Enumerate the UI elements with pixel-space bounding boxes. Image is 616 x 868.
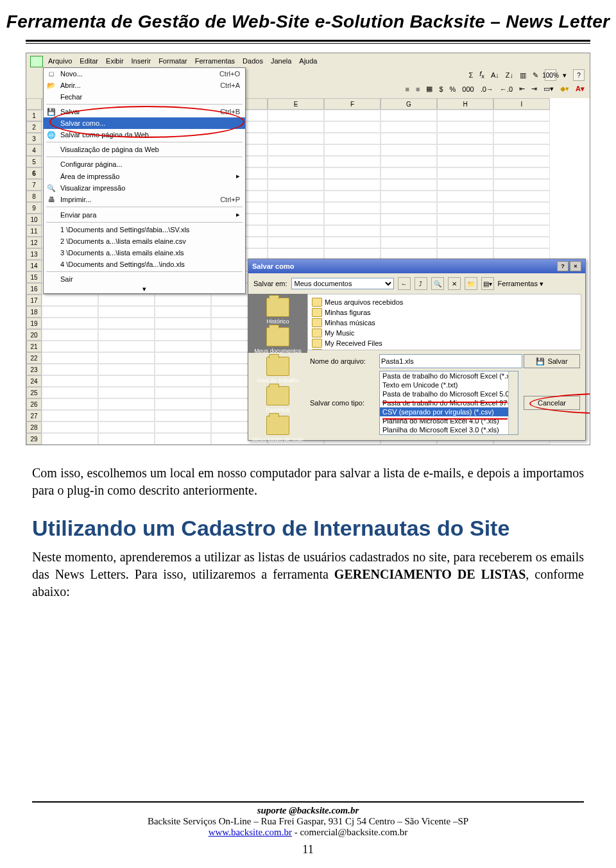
cell[interactable]: [98, 329, 155, 341]
cell[interactable]: [155, 341, 211, 352]
cell[interactable]: [493, 202, 550, 214]
row-header[interactable]: 1: [26, 110, 42, 121]
row-header[interactable]: 2: [26, 121, 42, 133]
cell[interactable]: [381, 121, 437, 133]
cell[interactable]: [98, 364, 155, 375]
cell[interactable]: [42, 410, 98, 421]
cell[interactable]: [493, 121, 550, 133]
row-header[interactable]: 7: [26, 179, 42, 191]
cell[interactable]: [155, 318, 211, 329]
increase-decimal-icon[interactable]: .0→: [481, 85, 493, 93]
row-header[interactable]: 14: [26, 260, 42, 271]
menu-item[interactable]: □Novo...Ctrl+O: [44, 68, 245, 80]
menu-item[interactable]: 1 \Documents and Settings\fabia...\SV.xl…: [44, 224, 245, 235]
menu-item[interactable]: 🌐Salvar como página da Web...: [44, 129, 245, 140]
menu-item[interactable]: 2 \Documents a...\lista emails elaine.cs…: [44, 235, 245, 247]
cell[interactable]: [155, 375, 211, 387]
savetype-scrollbar[interactable]: [508, 371, 518, 434]
cell[interactable]: [268, 156, 324, 167]
savetype-option[interactable]: Pasta de trabalho do Microsoft Excel 5.0…: [380, 389, 518, 398]
cell[interactable]: [268, 191, 324, 202]
sort-desc-icon[interactable]: Z↓: [506, 71, 513, 79]
fx-icon[interactable]: fx: [479, 70, 484, 80]
menu-item[interactable]: Área de impressão▸: [44, 170, 245, 182]
cell[interactable]: [437, 167, 493, 179]
footer-url[interactable]: www.backsite.com.br: [209, 827, 292, 837]
row-header[interactable]: 26: [26, 398, 42, 410]
row-header[interactable]: 10: [26, 214, 42, 225]
cell[interactable]: [42, 318, 98, 329]
menu-item[interactable]: Sair: [44, 273, 245, 285]
align-center-icon[interactable]: ≡: [406, 85, 409, 93]
savetype-listbox[interactable]: Pasta de trabalho do Microsoft Excel (*.…: [379, 371, 518, 435]
menubar-ferramentas[interactable]: Ferramentas: [195, 57, 235, 65]
sort-asc-icon[interactable]: A↓: [491, 71, 499, 79]
cell[interactable]: [155, 421, 211, 433]
cell[interactable]: [493, 445, 550, 445]
savetype-option[interactable]: Texto em Unicode (*.txt): [380, 380, 518, 389]
row-header[interactable]: 9: [26, 202, 42, 214]
cell[interactable]: [42, 329, 98, 341]
menubar-formatar[interactable]: Formatar: [158, 57, 187, 65]
column-header[interactable]: G: [381, 98, 437, 110]
back-button[interactable]: ←: [398, 277, 411, 290]
cell[interactable]: [42, 352, 98, 364]
cell[interactable]: [98, 410, 155, 421]
borders-icon[interactable]: ▭▾: [543, 85, 554, 93]
cell[interactable]: [381, 202, 437, 214]
cell[interactable]: [493, 144, 550, 156]
menubar-exibir[interactable]: Exibir: [106, 57, 124, 65]
cell[interactable]: [155, 433, 211, 445]
cell[interactable]: [493, 179, 550, 191]
menubar-ajuda[interactable]: Ajuda: [299, 57, 317, 65]
row-header[interactable]: 19: [26, 318, 42, 329]
savetype-option[interactable]: Pasta de trabalho do Microsoft Excel 97-…: [380, 398, 518, 407]
cell[interactable]: [98, 421, 155, 433]
search-web-button[interactable]: 🔍: [431, 277, 444, 290]
cell[interactable]: [155, 410, 211, 421]
help-button[interactable]: ?: [573, 69, 585, 81]
cell[interactable]: [98, 294, 155, 306]
cell[interactable]: [155, 364, 211, 375]
cell[interactable]: [98, 341, 155, 352]
file-item[interactable]: Nova pasta: [312, 348, 577, 350]
delete-button[interactable]: ✕: [448, 277, 461, 290]
cell[interactable]: [98, 375, 155, 387]
row-header[interactable]: 16: [26, 283, 42, 294]
row-header[interactable]: 13: [26, 248, 42, 260]
save-in-select[interactable]: Meus documentos: [291, 278, 394, 289]
cell[interactable]: [381, 167, 437, 179]
row-header[interactable]: 23: [26, 364, 42, 375]
cell[interactable]: [324, 445, 381, 445]
cell[interactable]: [42, 306, 98, 318]
cell[interactable]: [268, 202, 324, 214]
menubar-arquivo[interactable]: Arquivo: [48, 57, 72, 65]
savetype-option[interactable]: Pasta de trabalho do Microsoft Excel (*.…: [380, 371, 518, 380]
cell[interactable]: [42, 294, 98, 306]
cell[interactable]: [42, 445, 98, 445]
cell[interactable]: [98, 306, 155, 318]
chart-icon[interactable]: ▥: [520, 71, 526, 80]
new-folder-button[interactable]: 📁: [465, 277, 477, 290]
cell[interactable]: [437, 110, 493, 121]
cell[interactable]: [381, 156, 437, 167]
cell[interactable]: [493, 110, 550, 121]
views-button[interactable]: ▤▾: [481, 277, 494, 290]
row-header[interactable]: 8: [26, 191, 42, 202]
autosum-icon[interactable]: Σ: [468, 71, 473, 79]
cell[interactable]: [98, 445, 155, 445]
cell[interactable]: [98, 433, 155, 445]
cell[interactable]: [381, 445, 437, 445]
cell[interactable]: [381, 179, 437, 191]
cell[interactable]: [324, 121, 381, 133]
menubar-dados[interactable]: Dados: [243, 57, 263, 65]
cell[interactable]: [42, 398, 98, 410]
file-item[interactable]: My Music: [312, 328, 577, 338]
row-header[interactable]: 15: [26, 271, 42, 283]
row-header[interactable]: 28: [26, 421, 42, 433]
row-header[interactable]: 29: [26, 433, 42, 445]
cell[interactable]: [268, 445, 324, 445]
file-item[interactable]: Meus arquivos recebidos: [312, 297, 577, 307]
cell[interactable]: [268, 121, 324, 133]
up-one-level-button[interactable]: ⤴: [415, 277, 427, 290]
